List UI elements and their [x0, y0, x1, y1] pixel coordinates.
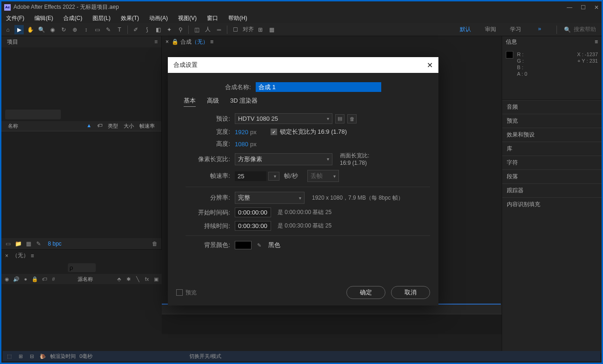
tab-advanced[interactable]: 高级	[207, 97, 219, 107]
dialog-close-button[interactable]: ✕	[427, 61, 433, 70]
panel-libraries[interactable]: 库	[502, 142, 602, 156]
label-icon[interactable]: 🏷	[40, 276, 48, 282]
menu-layer[interactable]: 图层(L)	[90, 13, 113, 23]
panel-preview[interactable]: 预览	[502, 114, 602, 128]
bg-color-swatch[interactable]	[235, 241, 252, 249]
pan-behind-tool[interactable]: ↕	[81, 25, 91, 34]
project-search-input[interactable]	[5, 110, 61, 119]
menu-file[interactable]: 文件(F)	[3, 13, 27, 23]
sb-icon-1[interactable]: ⬚	[6, 353, 13, 359]
pen-tool[interactable]: ✎	[104, 25, 113, 34]
tl-sw-2[interactable]: ✱	[125, 276, 132, 282]
footer-icon-2[interactable]: 📁	[14, 240, 22, 247]
lock-icon[interactable]: 🔒	[172, 39, 179, 45]
menu-window[interactable]: 窗口	[204, 13, 221, 23]
timeline-close-tab[interactable]: ×	[5, 253, 8, 259]
menu-animation[interactable]: 动画(A)	[146, 13, 171, 23]
menu-view[interactable]: 视图(V)	[175, 13, 199, 23]
panel-menu-icon[interactable]: ≡	[154, 39, 158, 45]
width-value[interactable]: 1920	[235, 129, 248, 136]
col-size[interactable]: 大小	[121, 123, 137, 130]
brush-tool[interactable]: ✐	[131, 25, 140, 34]
tl-sw-4[interactable]: fx	[143, 276, 151, 282]
resolution-dropdown[interactable]: 完整▾	[235, 192, 305, 204]
project-content[interactable]	[1, 131, 161, 238]
num-icon[interactable]: #	[50, 276, 57, 282]
eraser-tool[interactable]: ◧	[153, 25, 163, 34]
close-button[interactable]: ✕	[594, 4, 599, 11]
workspace-tab-default[interactable]: 默认	[460, 26, 471, 33]
tab-basic[interactable]: 基本	[184, 97, 196, 107]
home-icon[interactable]: ⌂	[3, 25, 13, 34]
menu-help[interactable]: 帮助(H)	[225, 13, 250, 23]
info-tab[interactable]: 信息	[506, 38, 517, 46]
eye-icon[interactable]: ◉	[3, 276, 11, 282]
bpc-indicator[interactable]: 8 bpc	[48, 240, 61, 247]
tl-sw-3[interactable]: ╲	[134, 276, 141, 282]
footer-icon-3[interactable]: ▦	[25, 240, 32, 247]
tag-icon[interactable]: 🏷	[94, 123, 105, 130]
footer-icon-1[interactable]: ▭	[4, 240, 12, 247]
selection-tool[interactable]: ▶	[14, 25, 24, 34]
workspace-tab-review[interactable]: 审阅	[485, 26, 496, 33]
panel-content-aware-fill[interactable]: 内容识别填充	[502, 197, 602, 211]
panel-audio[interactable]: 音频	[502, 100, 602, 114]
tool-extra-2[interactable]: 人	[203, 25, 212, 34]
roto-tool[interactable]: ✦	[165, 25, 174, 34]
footer-icon-4[interactable]: ✎	[35, 240, 42, 247]
tool-extra-1[interactable]: ◫	[192, 25, 201, 34]
delete-preset-button[interactable]: 🗑	[347, 114, 357, 124]
save-preset-button[interactable]: ▤	[335, 114, 345, 124]
comp-tab-label[interactable]: 合成	[180, 38, 192, 46]
duration-input[interactable]	[235, 221, 271, 231]
panel-effects-presets[interactable]: 效果和预设	[502, 128, 602, 142]
col-type[interactable]: 类型	[105, 123, 121, 130]
height-value[interactable]: 1080	[235, 141, 248, 148]
clone-tool[interactable]: ⟆	[142, 25, 152, 34]
tool-extra-3[interactable]: ═	[214, 25, 224, 34]
tab-3d-renderer[interactable]: 3D 渲染器	[230, 97, 258, 107]
zoom-tool[interactable]: 🔍	[37, 25, 46, 34]
fps-dropdown[interactable]: ▾	[268, 172, 279, 181]
project-tab[interactable]: 项目	[5, 37, 20, 47]
mask-tool[interactable]: ▭	[93, 25, 102, 34]
solo-icon[interactable]: ●	[22, 276, 29, 282]
menu-effect[interactable]: 效果(T)	[118, 13, 142, 23]
panel-tracker[interactable]: 跟踪器	[502, 183, 602, 197]
text-tool[interactable]: T	[115, 25, 124, 34]
toggle-switches[interactable]: 切换开关/模式	[189, 353, 221, 360]
source-name-col[interactable]: 源名称	[78, 276, 93, 283]
sb-icon-2[interactable]: ⊞	[17, 353, 24, 359]
sort-indicator[interactable]: ▲	[84, 123, 94, 130]
maximize-button[interactable]: ☐	[581, 4, 586, 11]
sb-icon-4[interactable]: 🐌	[39, 353, 46, 359]
panel-character[interactable]: 字符	[502, 156, 602, 169]
audio-icon[interactable]: 🔊	[13, 276, 20, 282]
snap-opt-1[interactable]: ⊞	[256, 25, 265, 34]
sb-icon-3[interactable]: ⊟	[28, 353, 35, 359]
snap-opt-2[interactable]: ▦	[267, 25, 276, 34]
pixel-aspect-dropdown[interactable]: 方形像素▾	[235, 153, 332, 165]
minimize-button[interactable]: —	[567, 4, 572, 11]
preview-checkbox[interactable]	[176, 289, 183, 296]
snap-toggle[interactable]: ☐	[231, 25, 240, 34]
timeline-search-input[interactable]	[68, 263, 96, 272]
camera-tool[interactable]: ⊕	[70, 25, 80, 34]
comp-close-tab[interactable]: ×	[166, 39, 169, 45]
ok-button[interactable]: 确定	[346, 286, 385, 299]
cancel-button[interactable]: 取消	[391, 286, 430, 299]
workspace-tab-learn[interactable]: 学习	[510, 26, 521, 33]
rotate-tool[interactable]: ↻	[59, 25, 68, 34]
trash-icon[interactable]: 🗑	[151, 240, 159, 247]
col-fps[interactable]: 帧速率	[137, 123, 158, 130]
drop-frame-dropdown[interactable]: 丢帧▾	[307, 170, 339, 182]
tl-sw-1[interactable]: ⬘	[115, 276, 123, 282]
puppet-tool[interactable]: ⚲	[176, 25, 185, 34]
hand-tool[interactable]: ✋	[26, 25, 35, 34]
panel-menu-icon[interactable]: ≡	[595, 39, 598, 45]
tl-sw-5[interactable]: ▣	[152, 276, 160, 282]
menu-composition[interactable]: 合成(C)	[60, 13, 85, 23]
timeline-body[interactable]	[162, 314, 502, 334]
fps-input[interactable]: 25	[235, 171, 266, 181]
timeline-tab[interactable]: （无）	[12, 252, 29, 260]
